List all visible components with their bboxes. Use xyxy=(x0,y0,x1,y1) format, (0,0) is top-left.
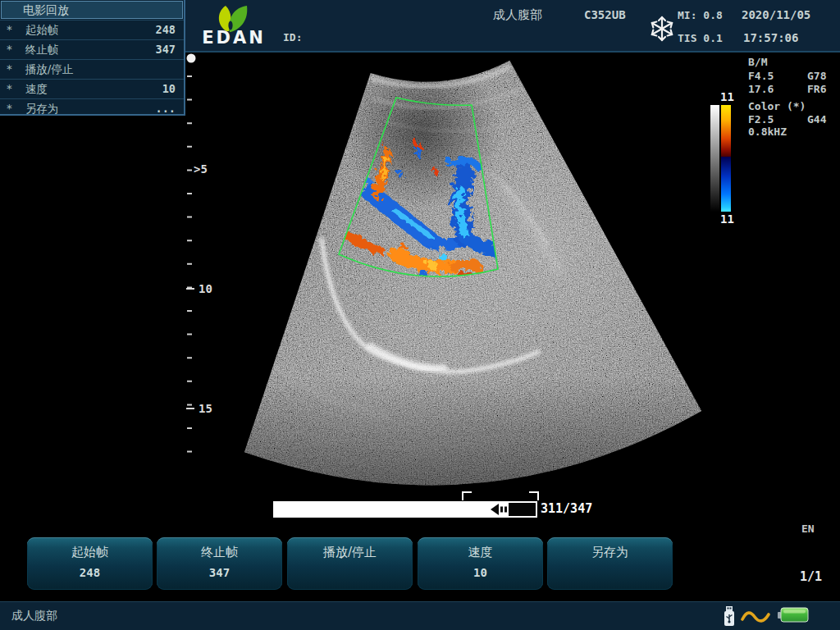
doppler-colorbar-positive xyxy=(721,105,731,157)
b-gain: G78 xyxy=(807,70,826,82)
menu-item-end-frame[interactable]: * 终止帧 347 xyxy=(0,39,184,59)
menu-item-label: 起始帧 xyxy=(25,21,59,39)
doppler-colorbar-negative xyxy=(721,157,731,212)
usb-icon xyxy=(722,605,737,628)
menu-bullet: * xyxy=(7,40,12,59)
menu-title: 电影回放 xyxy=(1,1,183,19)
menu-item-label: 另存为 xyxy=(25,99,59,118)
cine-range-bracket-left xyxy=(462,491,472,500)
mode-label: B/M xyxy=(748,56,767,68)
cine-progress-bar[interactable] xyxy=(273,501,537,518)
status-bar: 成人腹部 xyxy=(0,601,840,630)
softkey-label: 播放/停止 xyxy=(287,545,413,560)
grayscale-bar xyxy=(710,105,719,212)
probe-model: C352UB xyxy=(584,8,626,21)
exam-preset: 成人腹部 xyxy=(493,7,542,23)
ruler-label-5: >5 xyxy=(194,162,208,176)
freeze-snowflake-icon xyxy=(647,14,677,43)
menu-item-value: 248 xyxy=(156,21,176,39)
tis-value: TIS 0.1 xyxy=(678,32,723,44)
softkey-value: 248 xyxy=(27,566,153,579)
softkey-label: 终止帧 xyxy=(157,545,282,560)
softkey-end-frame[interactable]: 终止帧 347 xyxy=(157,537,282,590)
depth-value: 17.6 xyxy=(748,83,774,95)
softkey-label: 起始帧 xyxy=(27,545,153,560)
status-preset: 成人腹部 xyxy=(11,609,57,623)
menu-item-play-stop[interactable]: * 播放/停止 xyxy=(0,59,184,79)
softkey-value: 10 xyxy=(418,566,543,579)
colorbar-scale-top: 11 xyxy=(720,90,734,103)
color-frequency: F2.5 xyxy=(748,113,774,126)
cine-menu-panel: 电影回放 * 起始帧 248 * 终止帧 347 * 播放/停止 * 速度 10… xyxy=(0,0,185,116)
softkey-label: 速度 xyxy=(418,545,543,560)
softkey-label: 另存为 xyxy=(547,545,673,560)
softkey-speed[interactable]: 速度 10 xyxy=(418,537,543,590)
patient-id-label: ID: xyxy=(283,31,302,43)
menu-item-value: ... xyxy=(156,99,176,118)
frame-counter: 311/347 xyxy=(541,501,592,516)
system-time: 17:57:06 xyxy=(743,31,798,44)
menu-bullet: * xyxy=(7,99,12,118)
color-mode-label: Color (*) xyxy=(748,100,806,112)
mi-value: MI: 0.8 xyxy=(678,9,723,21)
probe-orientation-marker xyxy=(187,54,196,63)
menu-item-save-as[interactable]: * 另存为 ... xyxy=(0,98,184,118)
frame-rate: FR6 xyxy=(807,83,826,95)
color-gain: G44 xyxy=(807,113,826,126)
menu-item-start-frame[interactable]: * 起始帧 248 xyxy=(0,20,184,39)
menu-item-label: 播放/停止 xyxy=(25,60,74,79)
menu-item-value: 347 xyxy=(156,40,176,59)
ruler-major-tick xyxy=(186,408,194,409)
page-indicator: 1/1 xyxy=(800,569,822,584)
cine-range-bracket-right xyxy=(529,491,539,500)
ruler-label-10: 10 xyxy=(199,282,212,295)
b-mode-fan xyxy=(189,49,718,500)
softkey-value: 347 xyxy=(157,566,282,579)
b-frequency: F4.5 xyxy=(748,70,774,82)
ruler-major-tick xyxy=(186,288,194,290)
menu-item-label: 速度 xyxy=(25,80,48,98)
menu-item-label: 终止帧 xyxy=(25,40,59,59)
menu-bullet: * xyxy=(7,21,12,39)
system-date: 2020/11/05 xyxy=(742,8,810,21)
battery-icon xyxy=(778,607,809,623)
ac-power-wave-icon xyxy=(741,610,770,623)
softkey-start-frame[interactable]: 起始帧 248 xyxy=(27,537,153,590)
softkey-play-stop[interactable]: 播放/停止 xyxy=(287,537,413,590)
brand-wordmark: EDAN xyxy=(194,28,273,48)
menu-bullet: * xyxy=(7,80,12,98)
menu-item-value: 10 xyxy=(162,80,176,98)
ruler-label-15: 15 xyxy=(199,402,212,415)
menu-bullet: * xyxy=(7,60,12,79)
cine-progress-fill xyxy=(275,503,509,516)
ultrasound-screen: >5 10 15 EDAN ID: 成人腹部 C352UB xyxy=(0,0,840,630)
prf-value: 0.8kHZ xyxy=(748,126,787,138)
colorbar-scale-bottom: 11 xyxy=(720,212,734,226)
language-indicator: EN xyxy=(801,523,815,535)
softkey-save-as[interactable]: 另存为 xyxy=(547,537,673,590)
menu-item-speed[interactable]: * 速度 10 xyxy=(0,79,184,98)
playback-direction-icon xyxy=(491,504,508,515)
